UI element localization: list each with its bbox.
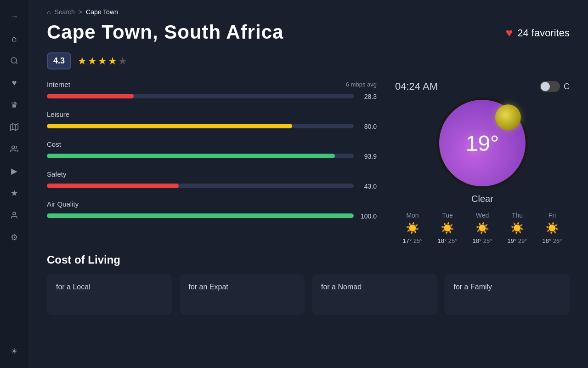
metric-internet-label: Internet bbox=[47, 80, 70, 88]
forecast-day-fri: Fri ☀️ 18° 26° bbox=[535, 212, 570, 244]
cost-of-living-section: Cost of Living for a Local for an Expat … bbox=[47, 253, 570, 315]
people-icon[interactable] bbox=[5, 140, 23, 158]
temp-unit-label: C bbox=[564, 82, 570, 92]
forecast-mon-temps: 17° 25° bbox=[403, 237, 423, 244]
weather-circle-wrap: 19° bbox=[436, 97, 528, 189]
metric-leisure-bar-track bbox=[47, 124, 354, 128]
metric-internet-value: 28.3 bbox=[358, 93, 377, 100]
weather-top-row: 04:24 AM C bbox=[395, 80, 570, 92]
breadcrumb-search-link[interactable]: Search bbox=[54, 8, 74, 16]
breadcrumb-current: Cape Town bbox=[86, 8, 118, 16]
cost-card-local[interactable]: for a Local bbox=[47, 274, 172, 315]
forecast-thu-label: Thu bbox=[512, 212, 523, 219]
metric-safety-value: 43.0 bbox=[358, 183, 377, 190]
weather-temp: 19° bbox=[466, 131, 499, 156]
city-title: Cape Town, South Africa bbox=[47, 21, 283, 43]
main-content: ⌂ Search > Cape Town Cape Town, South Af… bbox=[28, 0, 588, 368]
favorites-count[interactable]: ♥ 24 favorites bbox=[506, 21, 570, 40]
forecast-mon-icon: ☀️ bbox=[406, 222, 419, 235]
metric-cost-bar-track bbox=[47, 154, 354, 158]
home-breadcrumb-icon: ⌂ bbox=[47, 8, 51, 16]
cost-section-title: Cost of Living bbox=[47, 253, 570, 266]
metric-leisure-bar-fill bbox=[47, 124, 292, 128]
svg-point-0 bbox=[11, 58, 17, 63]
forecast-thu-icon: ☀️ bbox=[510, 222, 524, 235]
metric-cost-bar-fill bbox=[47, 154, 335, 158]
metric-cost-label: Cost bbox=[47, 140, 61, 148]
forecast-day-thu: Thu ☀️ 19° 29° bbox=[500, 212, 535, 244]
forecast-fri-label: Fri bbox=[548, 212, 556, 219]
weather-circle: 19° bbox=[436, 97, 528, 189]
arrow-right-icon[interactable]: → bbox=[5, 7, 23, 26]
temp-unit-toggle[interactable] bbox=[540, 81, 560, 92]
forecast-wed-label: Wed bbox=[476, 212, 489, 219]
forecast-wed-icon: ☀️ bbox=[475, 222, 489, 235]
two-column-layout: Internet 6 mbps avg 28.3 Leisure bbox=[47, 80, 570, 244]
header-row: Cape Town, South Africa ♥ 24 favorites bbox=[47, 21, 570, 43]
weather-column: 04:24 AM C 19° bbox=[395, 80, 570, 244]
moon-icon bbox=[495, 104, 521, 130]
home-icon[interactable]: ⌂ bbox=[5, 29, 23, 48]
cost-card-nomad-title: for a Nomad bbox=[321, 283, 428, 291]
metric-safety-bar-track bbox=[47, 184, 354, 188]
svg-line-1 bbox=[16, 62, 17, 63]
metric-cost-value: 93.9 bbox=[358, 153, 377, 160]
metric-internet-bar-fill bbox=[47, 94, 134, 98]
forecast-wed-temps: 18° 25° bbox=[473, 237, 492, 244]
toggle-knob bbox=[541, 82, 550, 91]
cost-card-family[interactable]: for a Family bbox=[445, 274, 570, 315]
forecast-day-wed: Wed ☀️ 18° 25° bbox=[465, 212, 500, 244]
metric-air-quality-label: Air Quality bbox=[47, 200, 79, 208]
forecast-row: Mon ☀️ 17° 25° Tue ☀️ 18° 25° Wed ☀️ bbox=[395, 212, 570, 244]
star-icon[interactable]: ★ bbox=[5, 184, 23, 202]
map-icon[interactable] bbox=[5, 118, 23, 136]
cost-card-expat-title: for an Expat bbox=[189, 283, 296, 291]
cost-card-nomad[interactable]: for a Nomad bbox=[312, 274, 437, 315]
weather-panel: 04:24 AM C 19° bbox=[395, 80, 570, 244]
play-icon[interactable]: ▶ bbox=[5, 162, 23, 180]
crown-icon[interactable]: ♛ bbox=[5, 96, 23, 114]
forecast-day-mon: Mon ☀️ 17° 25° bbox=[395, 212, 430, 244]
metric-safety-label: Safety bbox=[47, 170, 67, 178]
forecast-tue-label: Tue bbox=[442, 212, 453, 219]
metric-leisure-value: 80.0 bbox=[358, 123, 377, 130]
cost-cards-row: for a Local for an Expat for a Nomad for… bbox=[47, 274, 570, 315]
cost-card-local-title: for a Local bbox=[56, 283, 163, 291]
forecast-thu-temps: 19° 29° bbox=[508, 237, 527, 244]
svg-point-6 bbox=[13, 212, 16, 215]
metric-air-quality-value: 100.0 bbox=[358, 213, 377, 220]
metric-air-quality: Air Quality 100.0 bbox=[47, 200, 377, 220]
forecast-tue-temps: 18° 25° bbox=[438, 237, 458, 244]
metric-safety-bar-fill bbox=[47, 184, 179, 188]
heart-sidebar-icon[interactable]: ♥ bbox=[5, 74, 23, 92]
forecast-day-tue: Tue ☀️ 18° 25° bbox=[430, 212, 465, 244]
metrics-column: Internet 6 mbps avg 28.3 Leisure bbox=[47, 80, 377, 244]
metric-leisure: Leisure 80.0 bbox=[47, 110, 377, 130]
metric-cost: Cost 93.9 bbox=[47, 140, 377, 160]
metric-internet: Internet 6 mbps avg 28.3 bbox=[47, 80, 377, 100]
heart-favorites-icon: ♥ bbox=[506, 26, 513, 40]
weather-condition: Clear bbox=[471, 194, 493, 204]
rating-row: 4.3 ★★★★★ bbox=[47, 52, 570, 69]
metric-internet-bar-track bbox=[47, 94, 354, 98]
metric-internet-avg: 6 mbps avg bbox=[346, 81, 377, 88]
metric-air-quality-bar-fill bbox=[47, 213, 354, 218]
cost-card-expat[interactable]: for an Expat bbox=[180, 274, 305, 315]
brightness-icon[interactable]: ☀ bbox=[5, 342, 23, 361]
forecast-fri-icon: ☀️ bbox=[545, 222, 559, 235]
forecast-mon-label: Mon bbox=[406, 212, 418, 219]
rating-badge: 4.3 bbox=[47, 52, 71, 69]
person-icon[interactable] bbox=[5, 206, 23, 224]
svg-point-5 bbox=[12, 146, 15, 149]
breadcrumb: ⌂ Search > Cape Town bbox=[28, 0, 588, 21]
temp-toggle: C bbox=[540, 81, 570, 92]
search-sidebar-icon[interactable] bbox=[5, 52, 23, 70]
weather-time: 04:24 AM bbox=[395, 80, 438, 92]
star-rating: ★★★★★ bbox=[78, 55, 128, 67]
settings-icon[interactable]: ⚙ bbox=[5, 228, 23, 247]
forecast-tue-icon: ☀️ bbox=[441, 222, 454, 235]
sidebar: → ⌂ ♥ ♛ ▶ ★ ⚙ ☀ bbox=[0, 0, 28, 368]
forecast-fri-temps: 18° 26° bbox=[543, 237, 562, 244]
metric-safety: Safety 43.0 bbox=[47, 170, 377, 190]
metric-air-quality-bar-track bbox=[47, 213, 354, 218]
